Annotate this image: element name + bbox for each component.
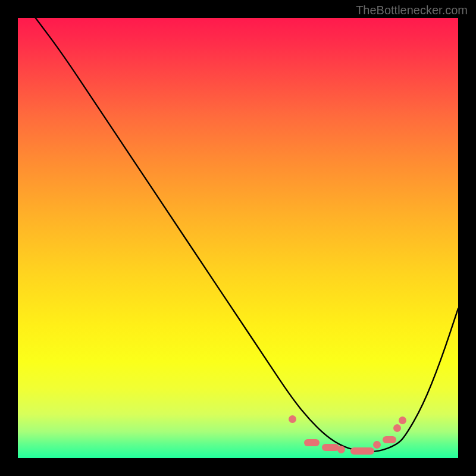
attribution-text: TheBottlenecker.com bbox=[356, 4, 468, 17]
chart-curve bbox=[18, 18, 458, 458]
chart-plot-area bbox=[18, 18, 458, 458]
